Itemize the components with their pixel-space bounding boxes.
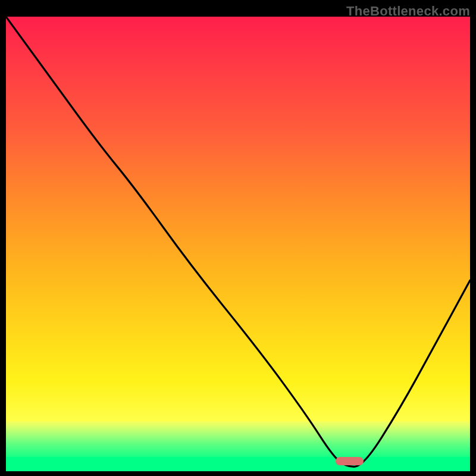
chart-frame: TheBottleneck.com (0, 0, 476, 476)
plot-area (6, 17, 470, 471)
curve-path (6, 17, 470, 466)
plot-border (6, 17, 470, 471)
optimal-marker (336, 457, 364, 465)
bottleneck-curve (6, 17, 470, 471)
watermark-text: TheBottleneck.com (346, 4, 470, 19)
